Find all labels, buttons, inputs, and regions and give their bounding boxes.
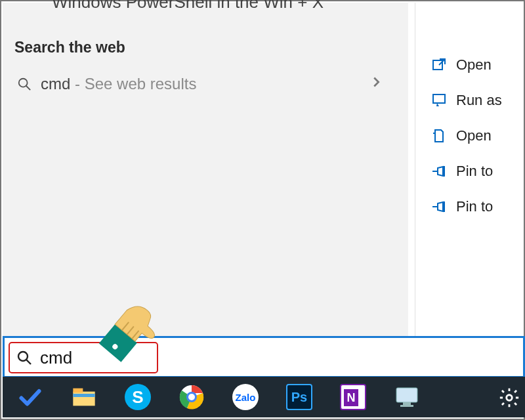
svg-rect-14 <box>73 388 83 393</box>
search-input-highlight[interactable]: cmd <box>9 342 158 373</box>
context-item-pin-taskbar[interactable]: Pin to <box>415 189 522 224</box>
context-actions-panel: Open Run as Open Pin to Pin to <box>415 3 522 337</box>
search-icon <box>16 350 32 366</box>
context-item-label: Pin to <box>456 163 493 180</box>
cropped-top-text: Windows PowerShell in the Win + X <box>52 0 324 12</box>
svg-rect-15 <box>73 394 94 397</box>
svg-point-18 <box>188 394 195 400</box>
taskbar-item-remote[interactable] <box>392 383 421 411</box>
svg-point-22 <box>507 395 513 401</box>
section-title-search-web: Search the web <box>14 39 125 56</box>
search-results-panel: Windows PowerShell in the Win + X Search… <box>3 3 408 337</box>
window-frame: Windows PowerShell in the Win + X Search… <box>0 0 525 420</box>
context-item-pin-start[interactable]: Pin to <box>415 154 522 189</box>
context-item-open[interactable]: Open <box>415 47 522 83</box>
search-input-value[interactable]: cmd <box>40 348 72 368</box>
context-item-open-location[interactable]: Open <box>415 118 522 154</box>
open-file-location-icon <box>431 128 447 144</box>
taskbar-item-todo[interactable] <box>16 383 45 411</box>
svg-point-0 <box>19 79 28 87</box>
web-result-row[interactable]: cmd - See web results <box>8 66 402 102</box>
pin-to-taskbar-icon <box>431 199 447 215</box>
chevron-right-icon[interactable] <box>369 75 383 92</box>
taskbar-item-chrome[interactable] <box>177 383 206 411</box>
web-result-suffix: - See web results <box>70 75 196 93</box>
taskbar: S Zalo Ps N <box>3 377 525 417</box>
svg-rect-19 <box>396 388 417 402</box>
taskbar-settings-gear-icon[interactable] <box>495 383 524 412</box>
taskbar-item-skype[interactable]: S <box>123 383 152 411</box>
taskbar-item-photoshop[interactable]: Ps <box>285 383 314 411</box>
svg-point-9 <box>18 352 28 361</box>
taskbar-item-onenote[interactable]: N <box>339 383 368 411</box>
web-result-query: cmd <box>41 75 70 93</box>
svg-rect-13 <box>73 392 94 406</box>
svg-line-1 <box>26 86 30 90</box>
context-item-run-as[interactable]: Run as <box>415 83 522 118</box>
svg-rect-2 <box>433 60 442 70</box>
svg-rect-21 <box>400 405 413 407</box>
context-item-label: Open <box>456 56 492 74</box>
search-icon <box>17 77 32 91</box>
svg-rect-4 <box>433 94 445 103</box>
context-item-label: Open <box>456 127 492 144</box>
taskbar-item-zalo[interactable]: Zalo <box>231 383 260 411</box>
taskbar-item-file-explorer[interactable] <box>70 383 98 411</box>
svg-line-10 <box>26 360 31 364</box>
run-as-admin-icon <box>431 93 447 108</box>
context-item-label: Run as <box>456 92 502 109</box>
pin-to-start-icon <box>431 163 447 179</box>
context-item-label: Pin to <box>456 198 493 215</box>
open-icon <box>431 57 447 73</box>
svg-rect-20 <box>403 402 411 405</box>
search-bar[interactable]: cmd <box>3 336 525 378</box>
